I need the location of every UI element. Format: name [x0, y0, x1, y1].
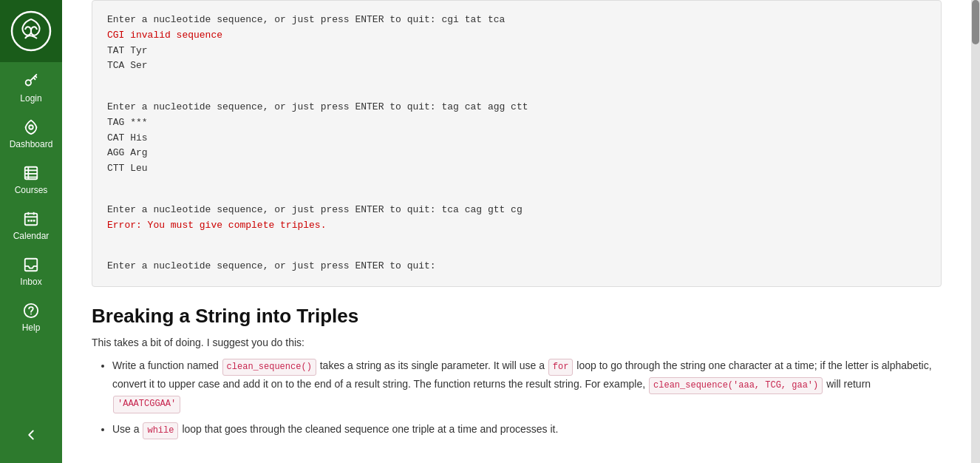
section2-heading: Program Requirements [92, 460, 942, 463]
sidebar-item-calendar[interactable]: Calendar [0, 203, 62, 249]
page-wrapper: Login Dashboard Courses Calendar Inbox [0, 0, 980, 463]
terminal-line: Enter a nucleotide sequence, or just pre… [107, 259, 926, 274]
courses-icon [22, 164, 40, 182]
svg-point-5 [29, 125, 33, 129]
terminal-line: Error: You must give complete triples. [107, 218, 926, 234]
main-content: Enter a nucleotide sequence, or just pre… [62, 0, 971, 463]
arrow-left-icon [22, 426, 40, 444]
sidebar-help-label: Help [22, 322, 41, 333]
svg-rect-11 [25, 214, 38, 226]
terminal-line: Enter a nucleotide sequence, or just pre… [107, 100, 926, 115]
terminal-line: AGG Arg [107, 146, 926, 161]
bullet1-pre: Write a function named [112, 359, 222, 371]
sidebar-calendar-label: Calendar [13, 231, 50, 241]
terminal-group-2: Enter a nucleotide sequence, or just pre… [107, 100, 926, 177]
logo-icon [10, 10, 52, 52]
sidebar: Login Dashboard Courses Calendar Inbox [0, 0, 62, 463]
svg-line-3 [35, 76, 37, 78]
sidebar-dashboard-label: Dashboard [10, 139, 53, 149]
svg-point-20 [30, 314, 32, 315]
sidebar-item-help[interactable]: Help [0, 294, 62, 340]
bullet2-pre: Use a [112, 423, 142, 435]
terminal-line: TCA Ser [107, 58, 926, 74]
scrollbar[interactable] [971, 0, 980, 463]
app-logo [0, 0, 62, 62]
code-return-value: 'AAATCGGAA' [113, 396, 180, 413]
bullet2-mid: loop that goes through the cleaned seque… [182, 423, 558, 435]
terminal-line: TAT Tyr [107, 44, 926, 59]
svg-rect-18 [25, 259, 38, 271]
dashboard-icon [22, 118, 40, 136]
section1-bullet1: Write a function named clean_sequence() … [112, 357, 942, 413]
terminal-line: CTT Leu [107, 161, 926, 177]
sidebar-item-collapse[interactable] [0, 419, 62, 451]
section1-intro: This takes a bit of doing. I suggest you… [92, 337, 942, 348]
terminal-group-3: Enter a nucleotide sequence, or just pre… [107, 203, 926, 234]
terminal-group-4: Enter a nucleotide sequence, or just pre… [107, 259, 926, 274]
terminal-block: Enter a nucleotide sequence, or just pre… [92, 0, 942, 287]
sidebar-item-courses[interactable]: Courses [0, 157, 62, 203]
bullet1-will-return: will return [826, 378, 871, 390]
terminal-line: CAT His [107, 131, 926, 146]
section1-list: Write a function named clean_sequence() … [92, 357, 942, 439]
inbox-icon [22, 256, 40, 274]
sidebar-bottom [0, 419, 62, 463]
sidebar-login-label: Login [20, 93, 41, 104]
svg-rect-17 [33, 220, 35, 222]
terminal-line: Enter a nucleotide sequence, or just pre… [107, 203, 926, 218]
help-icon [22, 302, 40, 320]
code-while: while [143, 422, 178, 439]
scrollbar-thumb [972, 0, 979, 44]
terminal-group-1: Enter a nucleotide sequence, or just pre… [107, 13, 926, 74]
terminal-line: Enter a nucleotide sequence, or just pre… [107, 13, 926, 28]
terminal-line: CGI invalid sequence [107, 28, 926, 44]
sidebar-item-login[interactable]: Login [0, 65, 62, 111]
sidebar-courses-label: Courses [15, 185, 48, 195]
sidebar-item-inbox[interactable]: Inbox [0, 249, 62, 294]
svg-rect-16 [30, 220, 33, 222]
key-icon [22, 72, 40, 90]
sidebar-item-dashboard[interactable]: Dashboard [0, 111, 62, 157]
terminal-line: TAG *** [107, 115, 926, 131]
code-example-call: clean_sequence('aaa, TCG, gaa') [649, 377, 823, 394]
svg-line-4 [34, 78, 35, 79]
section1-bullet2: Use a while loop that goes through the c… [112, 421, 942, 439]
calendar-icon [22, 210, 40, 228]
sidebar-inbox-label: Inbox [20, 277, 41, 287]
svg-rect-15 [27, 220, 30, 222]
section1-heading: Breaking a String into Triples [92, 305, 942, 328]
code-clean-sequence: clean_sequence() [222, 359, 316, 376]
bullet1-mid1: takes a string as its single parameter. … [320, 359, 548, 371]
code-for: for [548, 359, 574, 376]
